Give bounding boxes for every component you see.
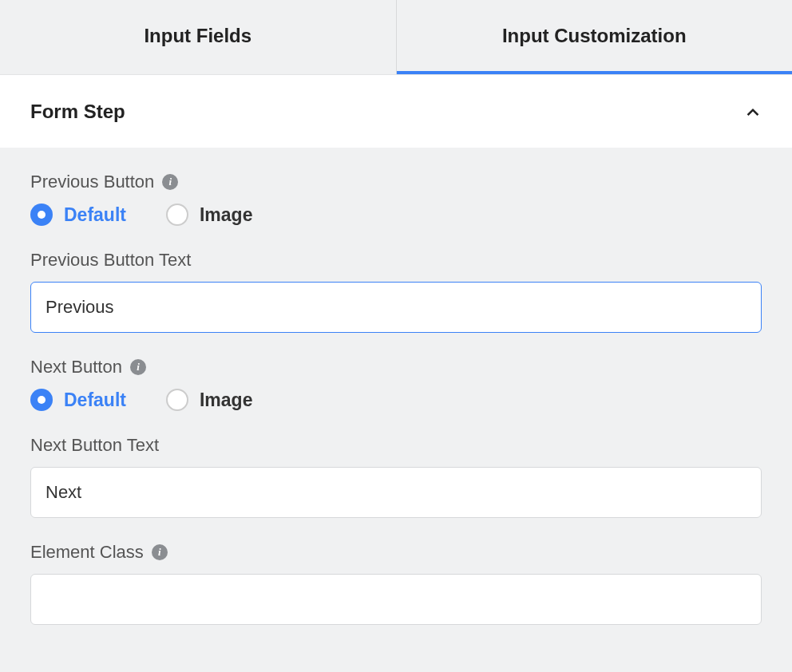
- info-icon[interactable]: i: [152, 544, 168, 560]
- next-button-text-group: Next Button Text: [30, 435, 762, 518]
- tabs-container: Input Fields Input Customization: [0, 0, 792, 74]
- previous-button-default-radio[interactable]: Default: [30, 204, 126, 226]
- element-class-group: Element Class i: [30, 542, 762, 625]
- previous-button-image-label: Image: [200, 204, 252, 226]
- previous-button-text-group: Previous Button Text: [30, 250, 762, 333]
- next-button-default-label: Default: [64, 389, 126, 411]
- tab-input-fields-label: Input Fields: [144, 25, 251, 47]
- tab-input-fields[interactable]: Input Fields: [0, 0, 396, 74]
- previous-button-text-label: Previous Button Text: [30, 250, 191, 271]
- previous-button-group: Previous Button i Default Image: [30, 172, 762, 226]
- tab-input-customization[interactable]: Input Customization: [397, 0, 793, 74]
- section-header[interactable]: Form Step: [0, 74, 792, 148]
- previous-button-default-label: Default: [64, 204, 126, 226]
- radio-icon: [30, 389, 53, 411]
- next-button-group: Next Button i Default Image: [30, 357, 762, 411]
- previous-button-image-radio[interactable]: Image: [166, 204, 252, 226]
- tab-input-customization-label: Input Customization: [502, 25, 687, 47]
- next-button-image-radio[interactable]: Image: [166, 389, 252, 411]
- next-button-text-input[interactable]: [30, 467, 762, 518]
- element-class-input[interactable]: [30, 574, 762, 625]
- radio-icon: [166, 389, 188, 411]
- next-button-image-label: Image: [200, 389, 252, 411]
- element-class-label: Element Class: [30, 542, 144, 563]
- next-button-default-radio[interactable]: Default: [30, 389, 126, 411]
- chevron-up-icon[interactable]: [744, 103, 762, 121]
- next-button-label: Next Button: [30, 357, 122, 378]
- radio-icon: [30, 204, 53, 226]
- next-button-text-label: Next Button Text: [30, 435, 159, 456]
- info-icon[interactable]: i: [162, 174, 178, 190]
- radio-icon: [166, 204, 188, 226]
- section-title: Form Step: [30, 101, 125, 123]
- content-panel: Previous Button i Default Image Previous…: [0, 148, 792, 625]
- info-icon[interactable]: i: [130, 359, 146, 375]
- previous-button-text-input[interactable]: [30, 282, 762, 333]
- previous-button-label: Previous Button: [30, 172, 154, 192]
